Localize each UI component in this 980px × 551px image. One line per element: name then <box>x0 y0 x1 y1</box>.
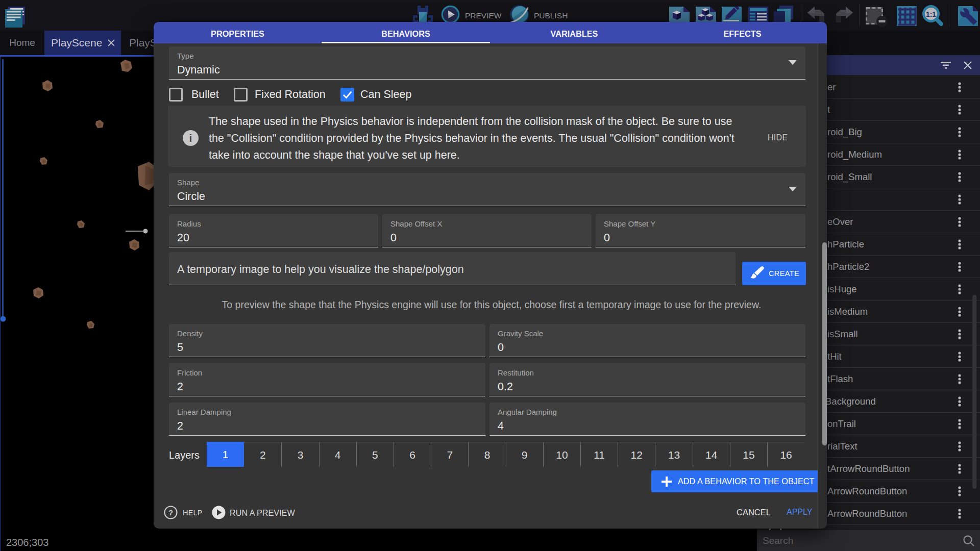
svg-text:1:1: 1:1 <box>926 10 936 18</box>
svg-text:?: ? <box>168 508 173 517</box>
